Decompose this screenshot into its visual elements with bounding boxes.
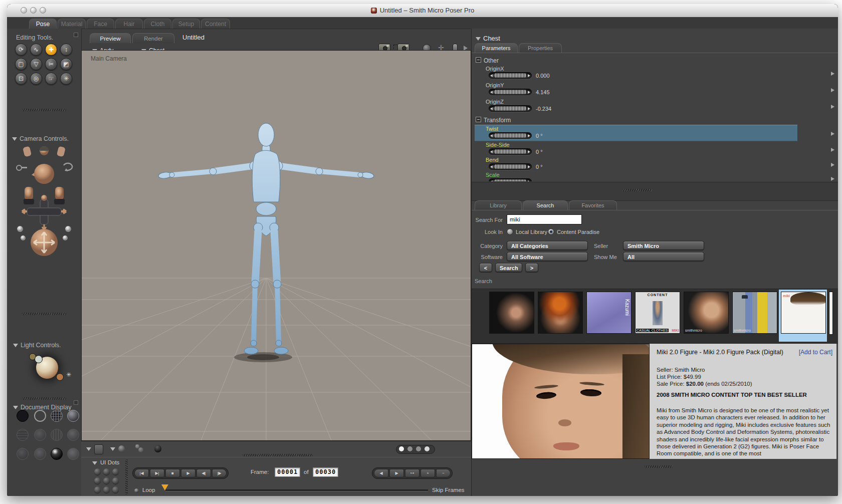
light-controls-header[interactable]: Light Controls. [13, 340, 61, 349]
param-value-originy[interactable]: 4.145 [536, 89, 550, 95]
next-keyframe-button[interactable]: ▶ [389, 469, 404, 477]
tab-cloth[interactable]: Cloth [144, 19, 171, 29]
param-value-twist[interactable]: 0 ° [536, 133, 543, 139]
timeline-track[interactable] [165, 489, 428, 491]
param-menu-arrow-icon[interactable] [831, 148, 834, 152]
depth-cue-menu-icon[interactable] [86, 447, 91, 451]
ui-dot[interactable] [94, 477, 101, 484]
last-frame-button[interactable]: ▶| [150, 469, 164, 477]
tab-render[interactable]: Render [132, 33, 174, 43]
tab-material[interactable]: Material [58, 19, 86, 29]
display-style-flat-shaded-icon[interactable] [34, 429, 46, 441]
collapse-group-other[interactable] [476, 57, 481, 63]
translate-inout-tool-icon[interactable]: ↕ [60, 44, 72, 56]
result-thumb-7-selected[interactable]: miki [781, 292, 826, 334]
param-dial-side-side[interactable] [489, 148, 532, 155]
display-style-wireframe-icon[interactable] [51, 410, 63, 422]
show-me-dropdown[interactable]: All [623, 252, 704, 261]
step-back-button[interactable]: ◀| [196, 469, 211, 477]
edit-keyframes-key-button[interactable]: ⊶ [405, 469, 419, 477]
parameters-actor-header[interactable]: Chest [476, 34, 500, 43]
panel-grip[interactable] [622, 189, 652, 191]
direct-manipulation-tool-icon[interactable]: ✳ [60, 73, 72, 85]
radio-local-library-label[interactable]: Local Library [516, 229, 547, 235]
prev-keyframe-button[interactable]: ◀ [374, 469, 388, 477]
param-menu-arrow-icon[interactable] [831, 132, 834, 136]
current-frame-field[interactable]: 00001 [275, 467, 300, 477]
chain-break-tool-icon[interactable]: ✂ [45, 58, 57, 70]
param-menu-arrow-icon[interactable] [831, 72, 834, 76]
tab-hair[interactable]: Hair [115, 19, 143, 29]
tab-content[interactable]: Content [201, 19, 230, 29]
light-dot-3[interactable] [56, 373, 64, 381]
grouping-tool-icon[interactable]: ⊡ [15, 73, 27, 85]
display-style-texture-shaded-icon[interactable] [67, 448, 79, 460]
result-thumb-5[interactable]: smithmicro [684, 292, 729, 334]
radio-local-library[interactable] [507, 228, 513, 235]
radio-content-paradise-label[interactable]: Content Paradise [557, 229, 599, 235]
tab-parameters[interactable]: Parameters [475, 43, 518, 53]
param-dial-originy[interactable] [489, 89, 532, 95]
param-value-bend[interactable]: 0 ° [536, 164, 543, 170]
display-style-flat-lined-icon[interactable] [51, 429, 63, 441]
shadow-ball-icon[interactable] [154, 445, 161, 452]
category-dropdown[interactable]: All Categories [507, 241, 588, 250]
depth-cue-toggle-icon[interactable] [94, 444, 103, 454]
result-thumb-6[interactable]: smithmicro [732, 292, 777, 334]
play-button[interactable]: ▶ [181, 469, 195, 477]
delete-keyframe-button[interactable]: − [436, 469, 451, 477]
ui-dots-menu-icon[interactable] [92, 461, 97, 465]
display-dot-icon[interactable] [399, 446, 404, 451]
collapse-group-transform[interactable] [476, 117, 481, 122]
param-menu-arrow-icon[interactable] [831, 163, 834, 167]
ui-dot[interactable] [103, 468, 110, 475]
add-keyframe-button[interactable]: + [420, 469, 435, 477]
next-page-button[interactable]: > [525, 263, 538, 272]
param-value-originx[interactable]: 0.000 [536, 73, 550, 79]
sun-icon[interactable]: ✳ [66, 371, 71, 378]
translate-pull-tool-icon[interactable]: ✚ [45, 44, 57, 56]
view-magnifier-tool-icon[interactable]: ◎ [30, 73, 42, 85]
tab-preview[interactable]: Preview [90, 33, 131, 43]
param-menu-arrow-icon[interactable] [831, 105, 834, 109]
loop-toggle[interactable] [134, 488, 139, 493]
camera-controls-header[interactable]: Camera Controls. [12, 134, 69, 143]
radio-content-paradise[interactable] [548, 228, 554, 235]
ui-dot[interactable] [94, 486, 101, 493]
morphing-tool-icon[interactable]: ☞ [45, 73, 57, 85]
param-dial-bend[interactable] [489, 163, 532, 170]
tab-face[interactable]: Face [87, 19, 114, 29]
stop-button[interactable]: ■ [165, 469, 180, 477]
preview-viewport[interactable]: Main Camera [81, 50, 471, 441]
search-input[interactable] [507, 214, 582, 224]
ui-dots-divider[interactable] [125, 459, 128, 494]
timeline-grip[interactable] [243, 454, 313, 456]
add-to-cart-link[interactable]: [Add to Cart] [799, 349, 832, 356]
display-style-smooth-shaded-icon[interactable] [34, 448, 46, 460]
tracking-menu-icon[interactable] [110, 447, 115, 451]
tab-library[interactable]: Library [475, 200, 522, 210]
tab-search[interactable]: Search [523, 200, 568, 210]
display-dot-icon[interactable] [425, 446, 430, 451]
first-frame-button[interactable]: |◀ [134, 469, 149, 477]
display-style-cartoon-icon[interactable] [67, 429, 79, 441]
param-dial-twist[interactable] [489, 132, 532, 139]
scale-tool-icon[interactable]: ▢ [15, 58, 27, 70]
result-thumb-1[interactable] [489, 292, 534, 334]
tab-setup[interactable]: Setup [172, 19, 200, 29]
ui-dot[interactable] [112, 486, 119, 493]
search-button[interactable]: Search [495, 263, 522, 272]
result-thumb-2[interactable] [538, 292, 583, 334]
section-grip[interactable] [22, 397, 66, 400]
ui-dot[interactable] [103, 477, 110, 484]
display-dot-icon[interactable] [416, 446, 421, 451]
bottom-panel-grip[interactable] [645, 465, 673, 468]
result-thumb-3[interactable]: Kazumi [586, 292, 632, 334]
prev-page-button[interactable]: < [479, 263, 492, 272]
display-style-cartoon-lined-icon[interactable] [17, 448, 29, 460]
camera-controls-cluster[interactable] [11, 143, 78, 257]
display-style-outline-icon[interactable] [34, 410, 46, 422]
tab-properties[interactable]: Properties [519, 43, 562, 53]
tracking-ball-icon[interactable] [118, 445, 125, 452]
param-dial-originz[interactable] [489, 105, 532, 112]
